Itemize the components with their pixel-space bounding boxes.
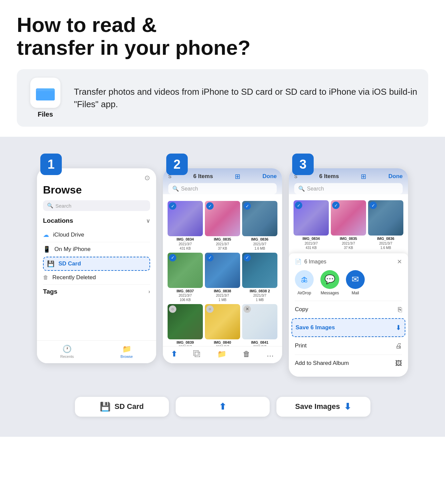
phone3: S 6 Items ⊞ Done 🔍 Search ✓ — [289, 168, 408, 376]
save-icon: ⬇ — [396, 324, 401, 332]
recents-icon: 🕐 — [62, 345, 72, 353]
photo-item[interactable]: ✓ IMG_08372021/3/7106 KB — [168, 253, 203, 302]
photo-check: ✓ — [295, 202, 302, 209]
search-icon-2: 🔍 — [172, 185, 179, 192]
header-section: How to read & transfer in your phone? — [0, 0, 445, 137]
step3-badge: 3 — [292, 154, 314, 175]
photo-item[interactable]: ✓ IMG_08352021/3/737 KB — [331, 200, 366, 250]
photo-label: IMG_08362021/3/71.6 MB — [251, 237, 268, 250]
copy-label: Copy — [295, 306, 308, 313]
photo-item[interactable]: ✓ IMG_08362021/3/71.6 MB — [242, 201, 277, 250]
files-app-icon-wrap: Files — [27, 78, 64, 118]
grid-icon[interactable]: ⊞ — [235, 172, 240, 180]
share-apps-row: AirDrop 💬 Messages ✉ Mail — [295, 270, 402, 295]
done-btn-2[interactable]: Done — [263, 173, 277, 180]
share-app-mail[interactable]: ✉ Mail — [346, 270, 365, 295]
share-sheet: 📄 6 Images ✕ — [289, 253, 408, 377]
save-images-label: Save 6 Images — [296, 324, 335, 331]
browse-title: Browse — [43, 184, 150, 196]
done-btn-3[interactable]: Done — [389, 173, 403, 180]
sdcard-bottom-text: SD Card — [115, 402, 144, 411]
copy-action[interactable]: Copy ⎘ — [295, 301, 402, 318]
photo-item[interactable]: ✓ IMG_08352021/3/737 KB — [205, 201, 240, 250]
search-placeholder-3: Search — [307, 186, 324, 192]
photo-thumb: ✓ — [168, 201, 203, 236]
sdcard-bottom-icon: 💾 — [100, 402, 110, 412]
files-label: Files — [38, 111, 53, 118]
steps-section: 1 ⊙ Browse 🔍 Search Locations ∨ — [0, 137, 445, 436]
close-icon[interactable]: ✕ — [397, 258, 402, 265]
search-bar-2[interactable]: 🔍 Search — [168, 183, 277, 194]
location-deleted[interactable]: 🗑 Recently Deleted — [43, 271, 150, 285]
location-sdcard[interactable]: 💾 SD Card — [43, 257, 150, 271]
delete-toolbar-icon[interactable]: 🗑 — [243, 350, 250, 359]
files-icon — [30, 78, 60, 108]
photo-item[interactable]: ✓ IMG_08342021/3/7431 KB — [294, 200, 329, 250]
location-icloud[interactable]: ☁ iCloud Drive — [43, 228, 150, 242]
step2-badge: 2 — [166, 154, 188, 175]
browse-icon: 📁 — [122, 345, 131, 353]
phone2-wrap: 2 S 6 Items ⊞ Done 🔍 Search — [163, 154, 282, 363]
save-images-action[interactable]: Save 6 Images ⬇ — [292, 318, 405, 337]
photo-check: ○ — [169, 305, 176, 313]
doc-icon: 📄 — [295, 258, 302, 265]
more-toolbar-icon[interactable]: … — [267, 350, 274, 359]
photo-item[interactable]: ✓ IMG_0838 22021/3/71 MB — [242, 253, 277, 302]
photo-thumb: ✕ — [242, 304, 277, 339]
save-bottom-text: Save Images — [295, 402, 340, 411]
trash-icon: 🗑 — [43, 275, 48, 281]
mail-label: Mail — [352, 291, 359, 295]
items-count-3: 6 Items — [319, 173, 339, 180]
locations-label: Locations ∨ — [43, 217, 150, 224]
sdcard-bottom-label: 💾 SD Card — [75, 397, 169, 417]
shared-album-action[interactable]: Add to Shared Album 🖼 — [295, 354, 402, 372]
grid-icon-3[interactable]: ⊞ — [361, 172, 366, 180]
search-icon-1: 🔍 — [47, 203, 53, 209]
photo-thumb: ✓ — [168, 253, 203, 288]
tab-browse[interactable]: 📁 Browse — [121, 345, 133, 359]
photo-item[interactable]: ✓ IMG_08382021/3/71 MB — [205, 253, 240, 302]
share-toolbar-icon[interactable]: ⬆ — [171, 350, 177, 359]
save-bottom-icon: ⬇ — [344, 402, 351, 412]
location-iphone[interactable]: 📱 On My iPhone — [43, 242, 150, 257]
tags-label: Tags › — [43, 288, 150, 295]
photo-thumb: ✓ — [368, 200, 403, 236]
photo-item[interactable]: ✓ IMG_08342021/3/7431 KB — [168, 201, 203, 250]
album-icon: 🖼 — [395, 360, 402, 367]
print-action[interactable]: Print 🖨 — [295, 337, 402, 354]
main-title: How to read & transfer in your phone? — [17, 13, 428, 59]
photo-check: ✓ — [243, 254, 251, 261]
photo-check: ✓ — [169, 254, 176, 261]
search-bar-1[interactable]: 🔍 Search — [43, 200, 150, 211]
share-app-airdrop[interactable]: AirDrop — [295, 270, 314, 295]
airdrop-label: AirDrop — [298, 291, 311, 295]
photo-label: IMG_08352021/3/737 KB — [214, 237, 231, 250]
search-icon-3: 🔍 — [298, 185, 305, 192]
photo-thumb: ○ — [205, 304, 240, 339]
photo-item[interactable]: ✓ IMG_08362021/3/71.6 MB — [368, 200, 403, 250]
photo-check: ✓ — [169, 202, 176, 210]
photo-check: ✓ — [243, 202, 251, 210]
photo-thumb: ✓ — [242, 253, 277, 288]
photo-label: IMG_0838 22021/3/71 MB — [250, 289, 270, 302]
iphone-icon: 📱 — [43, 246, 50, 253]
tab-recents[interactable]: 🕐 Recents — [60, 345, 74, 359]
copy-toolbar-icon[interactable]: ⿻ — [193, 350, 201, 359]
share-app-messages[interactable]: 💬 Messages — [320, 270, 339, 295]
phone1: ⊙ Browse 🔍 Search Locations ∨ ☁ iCloud D… — [37, 168, 156, 363]
print-label: Print — [295, 342, 307, 349]
photo-label: IMG_08372021/3/7106 KB — [177, 289, 194, 302]
photo-check: ✕ — [243, 305, 251, 313]
phone2: S 6 Items ⊞ Done 🔍 Search ✓ — [163, 168, 282, 363]
bottom-labels-row: 💾 SD Card ⬆ Save Images ⬇ — [10, 390, 435, 417]
photo-thumb: ✓ — [205, 201, 240, 236]
search-bar-3[interactable]: 🔍 Search — [294, 183, 403, 194]
items-count-2: 6 Items — [193, 173, 213, 180]
copy-icon: ⎘ — [398, 306, 402, 313]
phone1-bottom-nav: 🕐 Recents 📁 Browse — [37, 340, 156, 363]
phone1-topbar: ⊙ — [43, 174, 150, 182]
photo-thumb: ○ — [168, 304, 203, 339]
more-icon[interactable]: ⊙ — [144, 174, 150, 182]
folder-toolbar-icon[interactable]: 📁 — [217, 350, 226, 359]
share-bottom-label: ⬆ — [176, 397, 270, 417]
